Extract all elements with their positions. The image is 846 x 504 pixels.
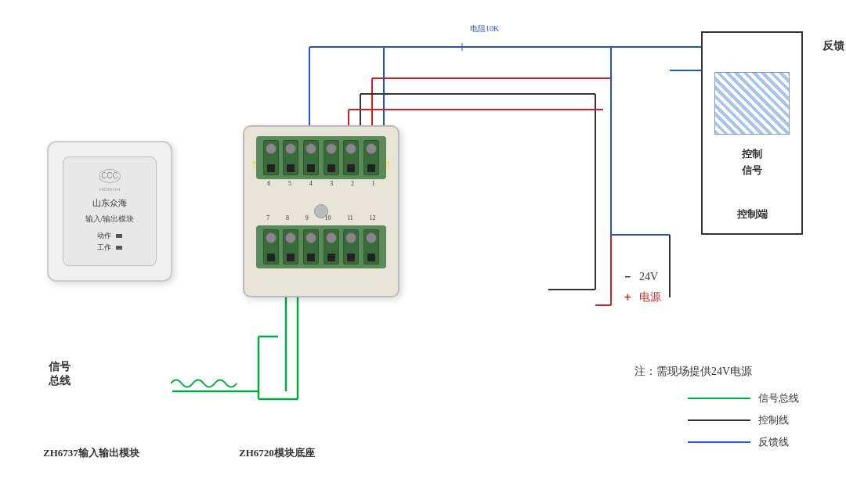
signal-bus-label: 信号 总线 bbox=[49, 360, 70, 388]
arrow-up-right: ↑ bbox=[385, 157, 392, 173]
power-section: － 24V ＋ 电源 bbox=[622, 270, 666, 311]
positive-symbol: ＋ bbox=[622, 290, 633, 304]
legend-item-feedback: 反馈线 bbox=[688, 435, 799, 449]
num-10: 10 bbox=[324, 214, 331, 221]
legend-label-signal: 信号总线 bbox=[758, 391, 799, 405]
work-status: 工作 bbox=[97, 243, 122, 253]
num-12: 12 bbox=[370, 214, 376, 221]
terminal-hole bbox=[347, 164, 355, 172]
num-9: 9 bbox=[306, 214, 309, 221]
terminal-3 bbox=[324, 140, 339, 175]
terminal-numbers-top: 6 5 4 3 2 1 bbox=[244, 180, 398, 187]
resistor-label: 电阻10K bbox=[470, 23, 499, 34]
cert-number: HE00104 bbox=[99, 186, 121, 193]
terminal-hole bbox=[267, 254, 275, 261]
num-2: 2 bbox=[351, 180, 354, 187]
control-box: 反馈 控制 信号 控制端 bbox=[701, 31, 803, 235]
terminal-2 bbox=[343, 140, 359, 175]
legend-item-signal: 信号总线 bbox=[688, 391, 799, 405]
control-signal-label: 控制 信号 bbox=[703, 146, 801, 179]
terminal-hole bbox=[327, 164, 335, 172]
terminal-hole bbox=[367, 164, 375, 172]
terminal-screw bbox=[366, 232, 377, 243]
num-7: 7 bbox=[266, 214, 269, 221]
coil-symbol bbox=[171, 376, 241, 394]
diagram-container: CCC HE00104 山东众海 输入/输出模块 动作 工作 信号 总线 bbox=[0, 0, 846, 504]
legend-line-feedback bbox=[688, 441, 750, 443]
num-4: 4 bbox=[309, 180, 313, 187]
positive-power-row: ＋ 电源 bbox=[622, 290, 666, 304]
terminal-screw bbox=[326, 232, 337, 243]
legend-line-control bbox=[688, 419, 750, 421]
terminal-8 bbox=[283, 229, 298, 265]
arrow-up-left: ↑ bbox=[251, 157, 258, 173]
ccc-mark: CCC bbox=[99, 169, 121, 183]
terminal-screw bbox=[326, 143, 337, 154]
terminal-screw bbox=[285, 143, 296, 154]
num-5: 5 bbox=[288, 180, 291, 187]
terminal-hole bbox=[287, 164, 295, 172]
terminal-numbers-bottom: 7 8 9 10 11 12 bbox=[244, 214, 398, 221]
num-6: 6 bbox=[267, 180, 270, 187]
terminal-11 bbox=[343, 229, 359, 265]
control-element bbox=[714, 72, 790, 135]
action-status: 动作 bbox=[97, 231, 122, 241]
source-label: 电源 bbox=[639, 290, 661, 304]
terminal-10 bbox=[324, 229, 339, 265]
terminal-hole bbox=[327, 254, 335, 261]
terminal-screw bbox=[266, 143, 277, 154]
terminal-screw bbox=[306, 143, 316, 154]
legend: 信号总线 控制线 反馈线 bbox=[688, 391, 799, 457]
terminal-6 bbox=[263, 140, 279, 175]
terminal-screw bbox=[366, 143, 377, 154]
input-output-module: CCC HE00104 山东众海 输入/输出模块 动作 工作 bbox=[47, 141, 172, 282]
num-11: 11 bbox=[347, 214, 353, 221]
terminal-hole bbox=[287, 254, 295, 261]
terminal-hole bbox=[367, 254, 375, 261]
module-device-label: ZH6737输入输出模块 bbox=[43, 446, 139, 460]
action-dot bbox=[116, 234, 122, 238]
negative-power-row: － 24V bbox=[622, 270, 666, 284]
terminal-9 bbox=[303, 229, 319, 265]
action-label: 动作 bbox=[97, 231, 111, 241]
work-dot bbox=[116, 246, 122, 250]
module-base: ↑ ↑ 6 5 4 3 2 1 7 8 9 10 11 12 bbox=[243, 125, 400, 297]
terminal-hole bbox=[307, 164, 315, 172]
module-inner: CCC HE00104 山东众海 输入/输出模块 动作 工作 bbox=[63, 157, 157, 266]
base-device-label: ZH6720模块底座 bbox=[239, 446, 315, 460]
voltage-label: 24V bbox=[639, 271, 658, 283]
terminal-1 bbox=[363, 140, 379, 175]
legend-item-control: 控制线 bbox=[688, 413, 799, 427]
legend-line-signal bbox=[688, 398, 750, 399]
work-label: 工作 bbox=[97, 243, 111, 253]
legend-label-feedback: 反馈线 bbox=[758, 435, 789, 449]
terminal-hole bbox=[267, 164, 275, 172]
module-type-label: 输入/输出模块 bbox=[85, 214, 135, 225]
feedback-label: 反馈 bbox=[822, 39, 844, 53]
terminal-screw bbox=[345, 143, 356, 154]
control-end-label: 控制端 bbox=[703, 207, 801, 221]
terminal-7 bbox=[263, 229, 279, 265]
negative-symbol: － bbox=[622, 270, 633, 284]
num-8: 8 bbox=[286, 214, 289, 221]
terminal-screw bbox=[285, 232, 296, 243]
terminal-4 bbox=[303, 140, 319, 175]
brand-label: 山东众海 bbox=[92, 197, 127, 209]
terminal-screw bbox=[345, 232, 356, 243]
terminal-5 bbox=[283, 140, 298, 175]
num-3: 3 bbox=[330, 180, 333, 187]
terminal-hole bbox=[347, 254, 355, 261]
terminal-hole bbox=[307, 254, 315, 261]
terminal-screw bbox=[306, 232, 316, 243]
bottom-terminals bbox=[256, 225, 386, 268]
legend-label-control: 控制线 bbox=[758, 413, 789, 427]
note-text: 注：需现场提供24V电源 bbox=[634, 365, 752, 379]
top-terminals bbox=[256, 136, 386, 179]
num-1: 1 bbox=[372, 180, 375, 187]
terminal-screw bbox=[266, 232, 277, 243]
terminal-12 bbox=[363, 229, 379, 265]
